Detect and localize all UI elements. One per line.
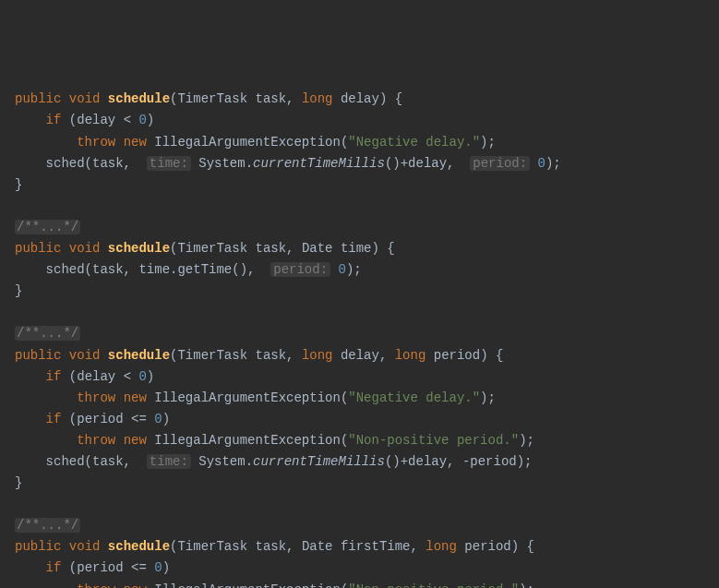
string-literal: "Negative delay." [348,390,480,405]
folded-comment[interactable]: /**...*/ [15,326,80,341]
method-name: schedule [108,91,170,106]
method-name: schedule [108,241,170,256]
code-line: throw new IllegalArgumentException("Nega… [0,132,719,153]
code-line: /**...*/ [0,217,719,238]
keyword: public [15,91,61,106]
code-line: /**...*/ [0,515,719,536]
keyword: if [46,412,62,426]
code-editor[interactable]: public void schedule(TimerTask task, lon… [0,89,719,588]
code-line: if (period <= 0) [0,409,719,430]
code-line: throw new IllegalArgumentException("Non-… [0,430,719,451]
keyword: long [302,348,333,363]
keyword: if [46,369,62,384]
number: 0 [154,560,162,575]
params: (TimerTask task, Date firstTime, [170,539,425,554]
params: period) { [425,348,503,363]
params: (TimerTask task, [170,348,302,363]
keyword: void [69,539,101,554]
keyword: if [46,560,62,575]
blank-line [0,494,719,515]
keyword: void [69,348,101,363]
method-name: schedule [108,348,170,363]
code-line: sched(task, time: System.currentTimeMill… [0,451,719,473]
parameter-hint: period: [270,262,330,277]
code-line: throw new IllegalArgumentException("Non-… [0,580,719,588]
keyword: throw new [77,582,147,588]
parameter-hint: time: [147,156,191,171]
number: 0 [138,369,146,384]
blank-line [0,196,719,217]
code-line: } [0,473,719,494]
keyword: void [69,241,101,256]
keyword: long [302,91,333,106]
keyword: if [46,113,62,127]
blank-line [0,302,719,323]
folded-comment[interactable]: /**...*/ [15,220,80,234]
keyword: void [69,91,101,106]
number: 0 [338,262,345,277]
static-method: currentTimeMillis [253,454,385,469]
number: 0 [154,412,162,426]
keyword: throw new [77,390,147,405]
params: (TimerTask task, Date time) { [170,241,395,256]
code-line: public void schedule(TimerTask task, lon… [0,89,719,110]
number: 0 [538,156,545,171]
string-literal: "Negative delay." [348,135,480,150]
method-name: schedule [108,539,170,554]
params: delay, [333,348,395,363]
number: 0 [138,113,146,127]
code-line: sched(task, time.getTime(), period: 0); [0,259,719,281]
keyword: throw new [77,433,147,448]
code-line: public void schedule(TimerTask task, Dat… [0,536,719,558]
folded-comment[interactable]: /**...*/ [15,518,80,533]
code-line: if (period <= 0) [0,558,719,579]
code-line: if (delay < 0) [0,366,719,388]
params: delay) { [333,91,403,106]
params: (TimerTask task, [170,91,302,106]
parameter-hint: period: [470,156,530,171]
code-line: sched(task, time: System.currentTimeMill… [0,153,719,174]
keyword: public [15,241,61,256]
code-line: throw new IllegalArgumentException("Nega… [0,388,719,409]
code-line: /**...*/ [0,323,719,344]
keyword: long [425,539,457,554]
keyword: public [15,539,61,554]
keyword: long [395,348,426,363]
code-line: } [0,174,719,196]
code-line: public void schedule(TimerTask task, Dat… [0,238,719,259]
code-line: } [0,281,719,302]
params: period) { [457,539,534,554]
string-literal: "Non-positive period." [348,582,519,588]
string-literal: "Non-positive period." [348,433,519,448]
code-line: public void schedule(TimerTask task, lon… [0,345,719,366]
static-method: currentTimeMillis [253,156,385,171]
keyword: throw new [77,135,147,150]
keyword: public [15,348,61,363]
parameter-hint: time: [147,454,191,469]
code-line: if (delay < 0) [0,110,719,131]
